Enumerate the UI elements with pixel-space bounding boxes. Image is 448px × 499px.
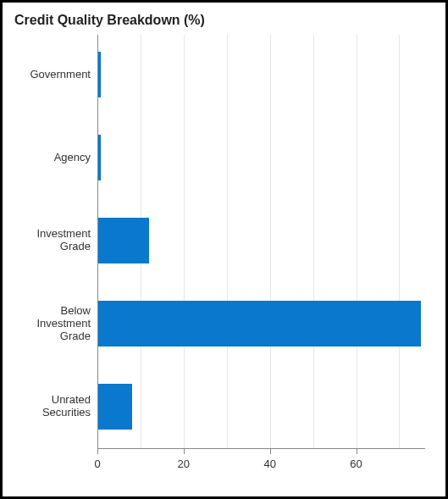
- bar: [97, 384, 132, 430]
- x-tick-label: 20: [178, 457, 190, 470]
- chart-title: Credit Quality Breakdown (%): [14, 13, 434, 28]
- x-tick: [357, 449, 357, 454]
- bar-row: [97, 218, 425, 263]
- y-axis: [97, 35, 98, 449]
- bar: [97, 218, 149, 263]
- chart-frame: Credit Quality Breakdown (%) GovernmentA…: [0, 0, 448, 499]
- x-tick: [97, 449, 98, 454]
- bar-row: [97, 384, 425, 430]
- bar-row: [97, 52, 425, 97]
- plot-area: [97, 35, 425, 449]
- x-tick-label: 0: [94, 457, 100, 470]
- bar-row: [97, 135, 425, 180]
- x-tick-label: 40: [263, 457, 275, 470]
- x-tick-label: 60: [350, 457, 362, 470]
- category-label: Unrated Securities: [14, 394, 91, 419]
- x-axis: [97, 448, 425, 449]
- bar: [97, 301, 421, 347]
- x-tick: [184, 449, 185, 454]
- category-label: Government: [14, 69, 91, 81]
- bar-row: [97, 301, 425, 347]
- category-label: Below Investment Grade: [14, 305, 91, 343]
- x-tick: [270, 449, 271, 454]
- chart-area: GovernmentAgencyInvestment GradeBelow In…: [14, 35, 434, 483]
- category-label: Agency: [14, 152, 91, 164]
- category-label: Investment Grade: [14, 228, 91, 253]
